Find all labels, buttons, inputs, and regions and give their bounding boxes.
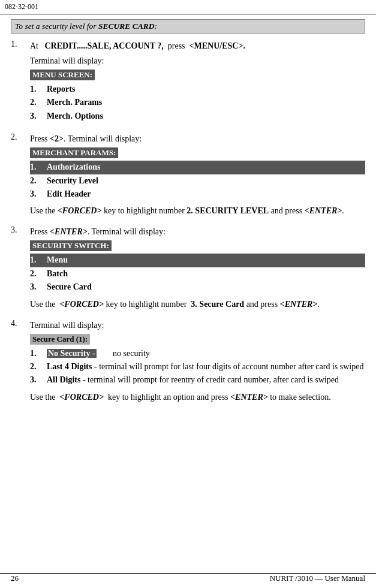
step-2-num: 2.: [11, 132, 30, 142]
menu-item-1-3: 3. Merch. Options: [30, 110, 365, 123]
step-2-intro: Press <2>. Terminal will display:: [30, 132, 365, 145]
step-4-screen: Secure Card (1):: [30, 334, 90, 345]
step-1-command: CREDIT.....SALE, ACCOUNT ?,: [45, 41, 164, 50]
step-3-screen: SECURITY SWITCH:: [30, 240, 112, 251]
no-security-label: No Security -: [47, 349, 97, 358]
main-content: To set a security level for SECURE CARD:…: [0, 14, 376, 417]
step-2: 2. Press <2>. Terminal will display: MER…: [11, 132, 365, 219]
step-2-content: Press <2>. Terminal will display: MERCHA…: [30, 132, 365, 219]
step-3-content: Press <ENTER>. Terminal will display: SE…: [30, 225, 365, 312]
step-4-menu: 1. No Security - no security 2. Last 4 D…: [30, 347, 365, 387]
menu-item-3-2: 2. Batch: [30, 267, 365, 281]
step-2-instruction: Use the <FORCED> key to highlight number…: [30, 204, 365, 217]
step-1-menu: 1. Reports 2. Merch. Params 3. Merch. Op…: [30, 83, 365, 123]
step-1-key: <MENU/ESC>.: [189, 41, 245, 50]
footer-product: NURIT /3010 — User Manual: [270, 574, 365, 583]
sub-item-4-1: 1. No Security - no security: [30, 347, 365, 360]
menu-item-2-1: 1. Authorizations: [30, 161, 365, 174]
step-1-terminal: Terminal will display:: [30, 55, 365, 67]
doc-number-header: 082-32-001: [0, 0, 376, 14]
step-4-intro: Terminal will display:: [30, 319, 365, 331]
menu-item-1-1: 1. Reports: [30, 83, 365, 96]
sub-item-4-3: 3. All Digits - terminal will prompt for…: [30, 373, 365, 387]
menu-item-1-2: 2. Merch. Params: [30, 96, 365, 109]
step-1: 1. At CREDIT.....SALE, ACCOUNT ?, press …: [11, 40, 365, 126]
section-prefix: To set a security level for: [15, 22, 98, 31]
step-4-num: 4.: [11, 319, 30, 328]
step-3-instruction: Use the <FORCED> key to highlight number…: [30, 298, 365, 310]
menu-item-3-3: 3. Secure Card: [30, 281, 365, 294]
step-4-instruction: Use the <FORCED> key to highlight an opt…: [30, 391, 365, 403]
step-3: 3. Press <ENTER>. Terminal will display:…: [11, 225, 365, 312]
step-3-menu: 1. Menu 2. Batch 3. Secure Card: [30, 254, 365, 294]
step-1-content: At CREDIT.....SALE, ACCOUNT ?, press <ME…: [30, 40, 365, 126]
section-suffix: :: [154, 22, 157, 31]
step-1-at: At: [30, 41, 38, 50]
step-3-num: 3.: [11, 225, 30, 235]
step-4-content: Terminal will display: Secure Card (1): …: [30, 319, 365, 406]
step-2-menu: 1. Authorizations 2. Security Level 3. E…: [30, 161, 365, 201]
menu-item-3-1: 1. Menu: [30, 254, 365, 267]
menu-item-2-3: 3. Edit Header: [30, 188, 365, 201]
step-1-press: press: [168, 41, 185, 50]
step-1-intro: At CREDIT.....SALE, ACCOUNT ?, press <ME…: [30, 40, 365, 52]
step-2-screen: MERCHANT PARAMS:: [30, 147, 118, 158]
step-3-intro: Press <ENTER>. Terminal will display:: [30, 225, 365, 238]
section-header-box: To set a security level for SECURE CARD:: [11, 19, 365, 34]
menu-item-2-2: 2. Security Level: [30, 174, 365, 188]
section-product: SECURE CARD: [98, 22, 154, 31]
doc-number: 082-32-001: [5, 2, 38, 11]
page-footer: 26 NURIT /3010 — User Manual: [0, 573, 376, 583]
step-1-num: 1.: [11, 40, 30, 49]
step-1-screen: MENU SCREEN:: [30, 70, 95, 80]
sub-item-4-2: 2. Last 4 Digits - terminal will prompt …: [30, 360, 365, 373]
page-number: 26: [11, 574, 19, 583]
step-4: 4. Terminal will display: Secure Card (1…: [11, 319, 365, 406]
